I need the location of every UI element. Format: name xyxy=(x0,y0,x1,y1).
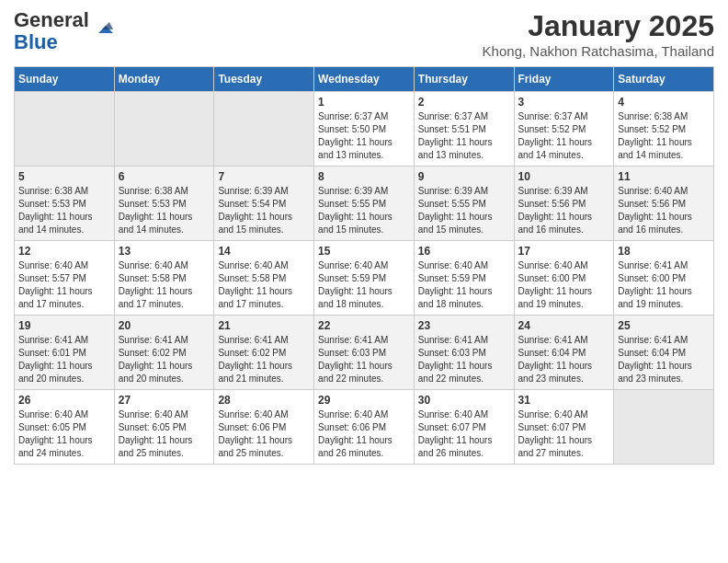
day-detail: Sunrise: 6:40 AMSunset: 6:05 PMDaylight:… xyxy=(18,408,110,460)
day-detail: Sunrise: 6:40 AMSunset: 5:57 PMDaylight:… xyxy=(18,259,110,311)
day-number: 8 xyxy=(318,170,410,183)
day-detail: Sunrise: 6:37 AMSunset: 5:51 PMDaylight:… xyxy=(418,110,510,162)
day-number: 7 xyxy=(218,170,310,183)
weekday-header: Sunday xyxy=(15,67,115,92)
weekday-header: Wednesday xyxy=(314,67,415,92)
weekday-header: Monday xyxy=(114,67,214,92)
day-number: 5 xyxy=(18,170,110,183)
day-number: 30 xyxy=(418,394,510,407)
day-number: 27 xyxy=(119,394,210,407)
calendar-cell: 12Sunrise: 6:40 AMSunset: 5:57 PMDayligh… xyxy=(15,241,115,316)
calendar-cell: 31Sunrise: 6:40 AMSunset: 6:07 PMDayligh… xyxy=(514,390,614,465)
weekday-header: Tuesday xyxy=(214,67,314,92)
calendar-week-row: 1Sunrise: 6:37 AMSunset: 5:50 PMDaylight… xyxy=(15,92,714,167)
calendar-cell: 23Sunrise: 6:41 AMSunset: 6:03 PMDayligh… xyxy=(414,316,514,390)
day-detail: Sunrise: 6:40 AMSunset: 5:59 PMDaylight:… xyxy=(318,259,410,311)
day-detail: Sunrise: 6:41 AMSunset: 6:03 PMDaylight:… xyxy=(418,334,510,385)
calendar-cell: 3Sunrise: 6:37 AMSunset: 5:52 PMDaylight… xyxy=(514,92,614,167)
day-detail: Sunrise: 6:37 AMSunset: 5:50 PMDaylight:… xyxy=(318,110,410,162)
calendar-cell: 24Sunrise: 6:41 AMSunset: 6:04 PMDayligh… xyxy=(514,316,614,390)
calendar-cell: 9Sunrise: 6:39 AMSunset: 5:55 PMDaylight… xyxy=(414,167,514,241)
calendar-cell xyxy=(214,92,314,167)
calendar-cell: 26Sunrise: 6:40 AMSunset: 6:05 PMDayligh… xyxy=(15,390,115,465)
day-detail: Sunrise: 6:40 AMSunset: 5:56 PMDaylight:… xyxy=(618,185,710,236)
day-number: 17 xyxy=(518,245,610,258)
svg-marker-1 xyxy=(102,22,113,29)
day-number: 24 xyxy=(518,319,610,332)
title-block: January 2025 Khong, Nakhon Ratchasima, T… xyxy=(483,9,714,59)
day-number: 4 xyxy=(618,96,710,109)
day-number: 12 xyxy=(18,245,110,258)
calendar-cell: 8Sunrise: 6:39 AMSunset: 5:55 PMDaylight… xyxy=(314,167,415,241)
calendar-cell: 17Sunrise: 6:40 AMSunset: 6:00 PMDayligh… xyxy=(514,241,614,316)
day-number: 15 xyxy=(318,245,410,258)
logo-icon xyxy=(93,17,113,37)
calendar-cell: 10Sunrise: 6:39 AMSunset: 5:56 PMDayligh… xyxy=(514,167,614,241)
calendar-week-row: 12Sunrise: 6:40 AMSunset: 5:57 PMDayligh… xyxy=(15,241,714,316)
calendar-cell: 22Sunrise: 6:41 AMSunset: 6:03 PMDayligh… xyxy=(314,316,415,390)
day-number: 26 xyxy=(18,394,110,407)
logo-general-text: General xyxy=(14,8,89,31)
calendar-cell: 13Sunrise: 6:40 AMSunset: 5:58 PMDayligh… xyxy=(114,241,214,316)
day-number: 21 xyxy=(218,319,310,332)
day-detail: Sunrise: 6:39 AMSunset: 5:55 PMDaylight:… xyxy=(418,185,510,236)
day-detail: Sunrise: 6:40 AMSunset: 6:00 PMDaylight:… xyxy=(518,259,610,311)
day-detail: Sunrise: 6:40 AMSunset: 5:58 PMDaylight:… xyxy=(119,259,210,311)
calendar-cell: 25Sunrise: 6:41 AMSunset: 6:04 PMDayligh… xyxy=(614,316,714,390)
day-detail: Sunrise: 6:41 AMSunset: 6:02 PMDaylight:… xyxy=(119,334,210,385)
day-detail: Sunrise: 6:40 AMSunset: 5:58 PMDaylight:… xyxy=(218,259,310,311)
calendar-cell: 28Sunrise: 6:40 AMSunset: 6:06 PMDayligh… xyxy=(214,390,314,465)
calendar-cell xyxy=(114,92,214,167)
day-detail: Sunrise: 6:39 AMSunset: 5:55 PMDaylight:… xyxy=(318,185,410,236)
day-detail: Sunrise: 6:41 AMSunset: 6:04 PMDaylight:… xyxy=(618,334,710,385)
calendar-cell: 1Sunrise: 6:37 AMSunset: 5:50 PMDaylight… xyxy=(314,92,415,167)
logo-blue-text: Blue xyxy=(14,30,58,53)
calendar-cell: 5Sunrise: 6:38 AMSunset: 5:53 PMDaylight… xyxy=(15,167,115,241)
day-detail: Sunrise: 6:39 AMSunset: 5:56 PMDaylight:… xyxy=(518,185,610,236)
day-detail: Sunrise: 6:40 AMSunset: 5:59 PMDaylight:… xyxy=(418,259,510,311)
logo: General Blue xyxy=(14,9,113,53)
day-number: 22 xyxy=(318,319,410,332)
day-number: 10 xyxy=(518,170,610,183)
day-detail: Sunrise: 6:38 AMSunset: 5:53 PMDaylight:… xyxy=(119,185,210,236)
calendar-cell xyxy=(614,390,714,465)
weekday-header-row: SundayMondayTuesdayWednesdayThursdayFrid… xyxy=(15,67,714,92)
day-detail: Sunrise: 6:41 AMSunset: 6:03 PMDaylight:… xyxy=(318,334,410,385)
day-number: 28 xyxy=(218,394,310,407)
day-detail: Sunrise: 6:41 AMSunset: 6:00 PMDaylight:… xyxy=(618,259,710,311)
day-detail: Sunrise: 6:40 AMSunset: 6:05 PMDaylight:… xyxy=(119,408,210,460)
calendar-cell: 18Sunrise: 6:41 AMSunset: 6:00 PMDayligh… xyxy=(614,241,714,316)
day-number: 31 xyxy=(518,394,610,407)
day-detail: Sunrise: 6:40 AMSunset: 6:06 PMDaylight:… xyxy=(318,408,410,460)
month-title: January 2025 xyxy=(483,9,714,43)
page-header: General Blue January 2025 Khong, Nakhon … xyxy=(14,9,714,59)
calendar-cell: 19Sunrise: 6:41 AMSunset: 6:01 PMDayligh… xyxy=(15,316,115,390)
calendar-cell: 20Sunrise: 6:41 AMSunset: 6:02 PMDayligh… xyxy=(114,316,214,390)
day-number: 20 xyxy=(119,319,210,332)
day-number: 19 xyxy=(18,319,110,332)
day-detail: Sunrise: 6:40 AMSunset: 6:06 PMDaylight:… xyxy=(218,408,310,460)
calendar-week-row: 5Sunrise: 6:38 AMSunset: 5:53 PMDaylight… xyxy=(15,167,714,241)
day-number: 16 xyxy=(418,245,510,258)
day-number: 18 xyxy=(618,245,710,258)
calendar-cell: 16Sunrise: 6:40 AMSunset: 5:59 PMDayligh… xyxy=(414,241,514,316)
day-detail: Sunrise: 6:41 AMSunset: 6:04 PMDaylight:… xyxy=(518,334,610,385)
day-number: 14 xyxy=(218,245,310,258)
calendar-cell: 6Sunrise: 6:38 AMSunset: 5:53 PMDaylight… xyxy=(114,167,214,241)
calendar-cell: 21Sunrise: 6:41 AMSunset: 6:02 PMDayligh… xyxy=(214,316,314,390)
day-number: 25 xyxy=(618,319,710,332)
day-detail: Sunrise: 6:37 AMSunset: 5:52 PMDaylight:… xyxy=(518,110,610,162)
day-number: 13 xyxy=(119,245,210,258)
day-detail: Sunrise: 6:39 AMSunset: 5:54 PMDaylight:… xyxy=(218,185,310,236)
day-number: 1 xyxy=(318,96,410,109)
calendar-week-row: 26Sunrise: 6:40 AMSunset: 6:05 PMDayligh… xyxy=(15,390,714,465)
calendar-cell: 15Sunrise: 6:40 AMSunset: 5:59 PMDayligh… xyxy=(314,241,415,316)
day-detail: Sunrise: 6:38 AMSunset: 5:53 PMDaylight:… xyxy=(18,185,110,236)
calendar-week-row: 19Sunrise: 6:41 AMSunset: 6:01 PMDayligh… xyxy=(15,316,714,390)
weekday-header: Saturday xyxy=(614,67,714,92)
day-number: 29 xyxy=(318,394,410,407)
day-number: 11 xyxy=(618,170,710,183)
calendar-cell: 4Sunrise: 6:38 AMSunset: 5:52 PMDaylight… xyxy=(614,92,714,167)
day-number: 3 xyxy=(518,96,610,109)
day-detail: Sunrise: 6:38 AMSunset: 5:52 PMDaylight:… xyxy=(618,110,710,162)
